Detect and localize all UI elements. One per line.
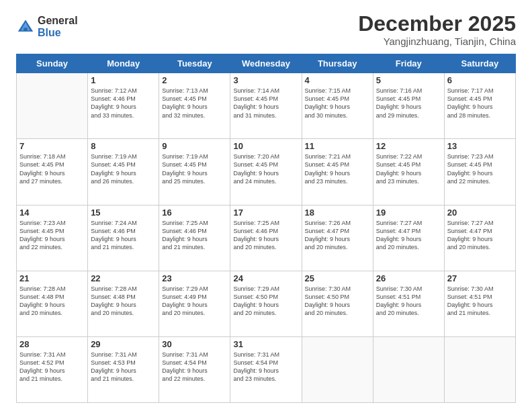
- table-row: 2Sunrise: 7:13 AM Sunset: 4:45 PM Daylig…: [159, 73, 230, 139]
- logo-text: General Blue: [38, 15, 78, 38]
- day-info: Sunrise: 7:21 AM Sunset: 4:45 PM Dayligh…: [305, 152, 370, 185]
- table-row: 29Sunrise: 7:31 AM Sunset: 4:53 PM Dayli…: [88, 336, 159, 402]
- table-row: 15Sunrise: 7:24 AM Sunset: 4:46 PM Dayli…: [88, 205, 159, 271]
- calendar-table: Sunday Monday Tuesday Wednesday Thursday…: [16, 54, 516, 403]
- table-row: 14Sunrise: 7:23 AM Sunset: 4:45 PM Dayli…: [17, 205, 88, 271]
- header-monday: Monday: [88, 54, 159, 73]
- day-number: 31: [233, 339, 298, 349]
- day-info: Sunrise: 7:20 AM Sunset: 4:45 PM Dayligh…: [233, 152, 298, 185]
- calendar-row: 1Sunrise: 7:12 AM Sunset: 4:46 PM Daylig…: [17, 73, 516, 139]
- table-row: [444, 336, 515, 402]
- day-number: 11: [305, 141, 370, 151]
- calendar-row: 14Sunrise: 7:23 AM Sunset: 4:45 PM Dayli…: [17, 205, 516, 271]
- day-info: Sunrise: 7:23 AM Sunset: 4:45 PM Dayligh…: [19, 219, 85, 252]
- day-number: 13: [447, 141, 513, 151]
- logo-blue: Blue: [38, 27, 78, 39]
- day-info: Sunrise: 7:27 AM Sunset: 4:47 PM Dayligh…: [447, 219, 513, 252]
- calendar-header-row: Sunday Monday Tuesday Wednesday Thursday…: [17, 54, 516, 73]
- table-row: 23Sunrise: 7:29 AM Sunset: 4:49 PM Dayli…: [159, 271, 230, 336]
- day-info: Sunrise: 7:28 AM Sunset: 4:48 PM Dayligh…: [91, 285, 156, 318]
- day-info: Sunrise: 7:29 AM Sunset: 4:50 PM Dayligh…: [233, 285, 298, 318]
- day-number: 7: [19, 141, 85, 151]
- table-row: 22Sunrise: 7:28 AM Sunset: 4:48 PM Dayli…: [88, 271, 159, 336]
- day-info: Sunrise: 7:16 AM Sunset: 4:45 PM Dayligh…: [376, 87, 441, 120]
- table-row: 8Sunrise: 7:19 AM Sunset: 4:45 PM Daylig…: [88, 139, 159, 205]
- header-thursday: Thursday: [302, 54, 373, 73]
- table-row: 16Sunrise: 7:25 AM Sunset: 4:46 PM Dayli…: [159, 205, 230, 271]
- day-number: 12: [376, 141, 441, 151]
- table-row: 5Sunrise: 7:16 AM Sunset: 4:45 PM Daylig…: [373, 73, 444, 139]
- day-number: 20: [447, 208, 513, 218]
- day-number: 17: [233, 208, 298, 218]
- page: General Blue December 2025 Yangjinzhuang…: [0, 0, 532, 411]
- table-row: 18Sunrise: 7:26 AM Sunset: 4:47 PM Dayli…: [302, 205, 373, 271]
- day-info: Sunrise: 7:30 AM Sunset: 4:50 PM Dayligh…: [305, 285, 370, 318]
- day-info: Sunrise: 7:30 AM Sunset: 4:51 PM Dayligh…: [447, 285, 513, 318]
- day-number: 16: [162, 208, 227, 218]
- day-number: 10: [233, 141, 298, 151]
- table-row: 11Sunrise: 7:21 AM Sunset: 4:45 PM Dayli…: [302, 139, 373, 205]
- table-row: 9Sunrise: 7:19 AM Sunset: 4:45 PM Daylig…: [159, 139, 230, 205]
- table-row: 6Sunrise: 7:17 AM Sunset: 4:45 PM Daylig…: [444, 73, 515, 139]
- table-row: 30Sunrise: 7:31 AM Sunset: 4:54 PM Dayli…: [159, 336, 230, 402]
- day-info: Sunrise: 7:12 AM Sunset: 4:46 PM Dayligh…: [91, 87, 156, 120]
- day-number: 28: [19, 339, 85, 349]
- header-friday: Friday: [373, 54, 444, 73]
- month-title: December 2025: [358, 12, 516, 36]
- day-number: 2: [162, 75, 227, 85]
- day-info: Sunrise: 7:17 AM Sunset: 4:45 PM Dayligh…: [447, 87, 513, 120]
- day-number: 18: [305, 208, 370, 218]
- day-number: 26: [376, 273, 441, 283]
- day-info: Sunrise: 7:31 AM Sunset: 4:54 PM Dayligh…: [233, 351, 298, 383]
- day-info: Sunrise: 7:30 AM Sunset: 4:51 PM Dayligh…: [376, 285, 441, 318]
- day-number: 14: [19, 208, 85, 218]
- day-info: Sunrise: 7:25 AM Sunset: 4:46 PM Dayligh…: [162, 219, 227, 252]
- day-number: 23: [162, 273, 227, 283]
- day-info: Sunrise: 7:28 AM Sunset: 4:48 PM Dayligh…: [19, 285, 85, 318]
- logo-general: General: [38, 15, 78, 27]
- day-info: Sunrise: 7:31 AM Sunset: 4:54 PM Dayligh…: [162, 351, 227, 383]
- table-row: 7Sunrise: 7:18 AM Sunset: 4:45 PM Daylig…: [17, 139, 88, 205]
- table-row: [373, 336, 444, 402]
- table-row: 19Sunrise: 7:27 AM Sunset: 4:47 PM Dayli…: [373, 205, 444, 271]
- day-info: Sunrise: 7:27 AM Sunset: 4:47 PM Dayligh…: [376, 219, 441, 252]
- header-saturday: Saturday: [444, 54, 515, 73]
- day-info: Sunrise: 7:19 AM Sunset: 4:45 PM Dayligh…: [91, 152, 156, 185]
- day-number: 9: [162, 141, 227, 151]
- table-row: 10Sunrise: 7:20 AM Sunset: 4:45 PM Dayli…: [230, 139, 302, 205]
- day-info: Sunrise: 7:14 AM Sunset: 4:45 PM Dayligh…: [233, 87, 298, 120]
- day-number: 21: [19, 273, 85, 283]
- day-number: 15: [91, 208, 156, 218]
- day-info: Sunrise: 7:31 AM Sunset: 4:52 PM Dayligh…: [19, 351, 85, 383]
- table-row: 12Sunrise: 7:22 AM Sunset: 4:45 PM Dayli…: [373, 139, 444, 205]
- day-number: 1: [91, 75, 156, 85]
- day-number: 27: [447, 273, 513, 283]
- day-number: 30: [162, 339, 227, 349]
- logo: General Blue: [16, 15, 78, 38]
- day-number: 3: [233, 75, 298, 85]
- day-info: Sunrise: 7:19 AM Sunset: 4:45 PM Dayligh…: [162, 152, 227, 185]
- table-row: 3Sunrise: 7:14 AM Sunset: 4:45 PM Daylig…: [230, 73, 302, 139]
- day-info: Sunrise: 7:25 AM Sunset: 4:46 PM Dayligh…: [233, 219, 298, 252]
- header-tuesday: Tuesday: [159, 54, 230, 73]
- location: Yangjinzhuang, Tianjin, China: [358, 36, 516, 47]
- table-row: 1Sunrise: 7:12 AM Sunset: 4:46 PM Daylig…: [88, 73, 159, 139]
- day-number: 5: [376, 75, 441, 85]
- table-row: 4Sunrise: 7:15 AM Sunset: 4:45 PM Daylig…: [302, 73, 373, 139]
- day-info: Sunrise: 7:23 AM Sunset: 4:45 PM Dayligh…: [447, 152, 513, 185]
- day-info: Sunrise: 7:18 AM Sunset: 4:45 PM Dayligh…: [19, 152, 85, 185]
- table-row: 26Sunrise: 7:30 AM Sunset: 4:51 PM Dayli…: [373, 271, 444, 336]
- day-info: Sunrise: 7:22 AM Sunset: 4:45 PM Dayligh…: [376, 152, 441, 185]
- day-number: 29: [91, 339, 156, 349]
- logo-icon: [16, 17, 35, 36]
- header: General Blue December 2025 Yangjinzhuang…: [16, 12, 516, 47]
- table-row: 17Sunrise: 7:25 AM Sunset: 4:46 PM Dayli…: [230, 205, 302, 271]
- day-info: Sunrise: 7:29 AM Sunset: 4:49 PM Dayligh…: [162, 285, 227, 318]
- table-row: 24Sunrise: 7:29 AM Sunset: 4:50 PM Dayli…: [230, 271, 302, 336]
- day-number: 8: [91, 141, 156, 151]
- header-wednesday: Wednesday: [230, 54, 302, 73]
- calendar-row: 21Sunrise: 7:28 AM Sunset: 4:48 PM Dayli…: [17, 271, 516, 336]
- table-row: 31Sunrise: 7:31 AM Sunset: 4:54 PM Dayli…: [230, 336, 302, 402]
- day-info: Sunrise: 7:24 AM Sunset: 4:46 PM Dayligh…: [91, 219, 156, 252]
- day-number: 24: [233, 273, 298, 283]
